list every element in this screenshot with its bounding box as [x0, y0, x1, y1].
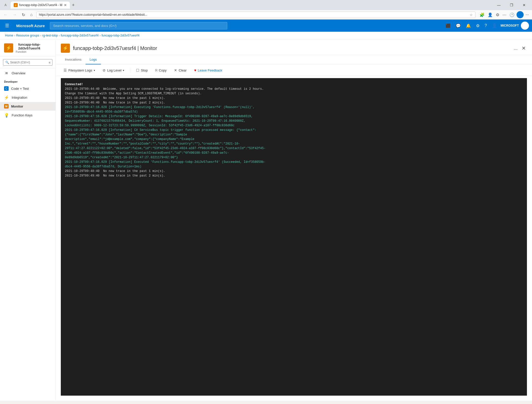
breadcrumb-funcapp[interactable]: funcapp-tobp-2di3v57uesrf4	[61, 34, 99, 37]
tab-invocations[interactable]: Invocations	[61, 55, 86, 64]
filesystem-logs-label: Filesystem Logs	[68, 68, 92, 72]
user-avatar[interactable]	[517, 11, 524, 18]
global-search-input[interactable]	[50, 22, 227, 29]
clear-icon: ✕	[174, 68, 177, 72]
page-header-text: funcapp-tobp-2di3v57uesrf4 | Monitor	[73, 45, 510, 51]
clear-button[interactable]: ✕ Clear	[171, 67, 189, 74]
forward-button[interactable]: →	[11, 11, 18, 18]
sidebar-app-icon: ⚡	[4, 43, 13, 52]
azure-portal: ☰ Microsoft Azure ⬛ 💬 🔔 ⚙ ? 👤 MICROSOFT …	[0, 20, 532, 401]
log-terminal[interactable]: Connected! 2021-10-29T09:44:40 Welcome, …	[61, 78, 527, 396]
sidebar-header: ⚡ funcapp-tobp-2di3v57uesrf4 Function	[0, 40, 55, 57]
filesystem-logs-button[interactable]: ☰ Filesystem Logs ▾	[61, 67, 98, 74]
filesystem-logs-chevron: ▾	[94, 69, 95, 72]
account-icon[interactable]: 👤	[490, 22, 499, 30]
log-line: {"name":{"firstName":"John","lastName":"…	[65, 132, 523, 137]
hamburger-menu[interactable]: ☰	[3, 22, 11, 29]
sidebar-item-code-test[interactable]: C Code + Test	[0, 84, 55, 93]
breadcrumb-current[interactable]: funcapp-tobp-2di3v57uesrf4	[102, 34, 139, 37]
back-button[interactable]: ←	[2, 11, 9, 18]
settings-icon[interactable]: ⚙	[474, 22, 481, 30]
log-line: 2021-10-29T09:48:40 No new trace in the …	[65, 169, 523, 173]
sidebar-search-input[interactable]	[10, 61, 48, 64]
azure-topbar: ☰ Microsoft Azure ⬛ 💬 🔔 ⚙ ? 👤 MICROSOFT	[0, 20, 532, 32]
bookmark-icon[interactable]: ☆	[470, 13, 473, 17]
copy-button[interactable]: ⎘ Copy	[153, 67, 169, 74]
page-area: ⚡ funcapp-tobp-2di3v57uesrf4 | Monitor .…	[56, 40, 532, 401]
active-browser-tab[interactable]: ⚡ funcapp-tobp-2di3v57uesrf4 - M ✕	[11, 2, 70, 9]
more-icon[interactable]: ···	[525, 11, 530, 18]
minimize-button[interactable]: —	[493, 2, 505, 9]
sidebar-item-function-keys[interactable]: 💡 Function Keys	[0, 111, 55, 120]
breadcrumb-sep-3: ›	[59, 34, 60, 37]
page-close-button[interactable]: ✕	[521, 44, 527, 52]
window-controls: — ❐ ✕	[493, 2, 530, 9]
sidebar-header-text: funcapp-tobp-2di3v57uesrf4 Function	[16, 43, 51, 53]
profile-icon[interactable]: 👤	[487, 11, 494, 18]
breadcrumb-test[interactable]: rg-test-tobp	[42, 34, 58, 37]
filesystem-logs-icon: ☰	[64, 68, 67, 72]
clear-label: Clear	[179, 68, 186, 72]
toolbar-sep-1	[130, 68, 130, 73]
more-options-button[interactable]: ...	[513, 45, 519, 52]
sync-icon[interactable]: ⚙	[495, 11, 500, 18]
log-level-icon: ⊘	[103, 68, 106, 72]
restore-button[interactable]: ❐	[506, 2, 517, 9]
log-line: 2021-10-29T09:44:40 Welcome, you are now…	[65, 87, 523, 91]
tab-logs[interactable]: Logs	[86, 55, 101, 64]
page-title: funcapp-tobp-2di3v57uesrf4 | Monitor	[73, 45, 510, 51]
log-line: LockedUntilUtc: 9999-12-31T23:59:59.9999…	[65, 123, 523, 128]
stop-button[interactable]: ☐ Stop	[133, 67, 150, 74]
log-line: 2021-10-29T09:47:16.029 [Information] C#…	[65, 128, 523, 132]
browser-profile-icon[interactable]: A	[2, 2, 9, 9]
log-line: 29T11:47:27.0221122+02:00","deleted":fal…	[65, 146, 523, 151]
copy-icon: ⎘	[155, 68, 157, 72]
home-button[interactable]: ⌂	[29, 11, 34, 18]
log-line: dbc4-4445-9556-da38f7dba57d, Duration=1m…	[65, 164, 523, 169]
browser-settings-icon[interactable]: ⋯	[501, 11, 507, 18]
user-label[interactable]: MICROSOFT	[501, 24, 519, 27]
feedback-button[interactable]: ♥ Leave Feedback	[192, 67, 225, 74]
log-level-chevron: ▾	[123, 69, 124, 72]
history-icon[interactable]: 🕐	[508, 11, 516, 18]
log-line: Id=f358059b-dbc4-4445-9556-da38f7dba57d)	[65, 110, 523, 114]
tab-close-icon[interactable]: ✕	[64, 3, 67, 7]
tab-favicon: ⚡	[14, 3, 18, 7]
cloud-shell-icon[interactable]: ⬛	[444, 22, 452, 30]
log-line: 23d6-4924-a107-ff08c830d60c","action":"C…	[65, 151, 523, 155]
close-button[interactable]: ✕	[518, 2, 530, 9]
code-test-icon: C	[4, 86, 9, 91]
feedback-icon[interactable]: 💬	[454, 22, 462, 30]
sidebar-item-integration[interactable]: ⚡ Integration	[0, 93, 55, 102]
page-header: ⚡ funcapp-tobp-2di3v57uesrf4 | Monitor .…	[56, 40, 532, 55]
sidebar-item-label-integration: Integration	[12, 96, 27, 99]
notifications-icon[interactable]: 🔔	[464, 22, 472, 30]
breadcrumb-sep-4: ›	[100, 34, 101, 37]
integration-icon: ⚡	[4, 95, 9, 100]
sidebar-search: 🔍 «	[0, 57, 55, 68]
sidebar-collapse-button[interactable]: «	[48, 60, 51, 64]
extensions-icon[interactable]: 🧩	[479, 11, 486, 18]
main-content: ⚡ funcapp-tobp-2di3v57uesrf4 Function 🔍 …	[0, 40, 532, 401]
breadcrumb-rg[interactable]: Resource groups	[16, 34, 39, 37]
overview-icon: ≋	[4, 71, 9, 76]
tab-area: A	[2, 2, 9, 9]
sidebar-search-box[interactable]: 🔍 «	[3, 59, 52, 66]
search-icon: 🔍	[5, 61, 9, 64]
sidebar-item-monitor[interactable]: M Monitor	[0, 102, 55, 111]
log-area-container: Connected! 2021-10-29T09:44:40 Welcome, …	[56, 76, 532, 401]
address-bar[interactable]: https://portal.azure.com/?feature.custom…	[36, 12, 476, 18]
help-icon[interactable]: ?	[483, 22, 488, 29]
log-line: Inc.","street":"","houseNumber":"","post…	[65, 142, 523, 146]
sidebar-item-overview[interactable]: ≋ Overview	[0, 68, 55, 78]
tab-logs-label: Logs	[90, 58, 97, 61]
stop-icon: ☐	[136, 68, 139, 72]
breadcrumb-home[interactable]: Home	[5, 34, 13, 37]
refresh-button[interactable]: ↻	[20, 11, 27, 18]
page-header-actions: ... ✕	[513, 44, 527, 52]
log-line: 0e89d9db6519","createdAt":"2021-10-29T11…	[65, 155, 523, 160]
new-tab-button[interactable]: +	[70, 3, 77, 8]
tab-label: funcapp-tobp-2di3v57uesrf4 - M	[19, 3, 62, 7]
log-level-button[interactable]: ⊘ Log Level ▾	[100, 67, 127, 74]
topbar-avatar[interactable]	[521, 22, 529, 30]
